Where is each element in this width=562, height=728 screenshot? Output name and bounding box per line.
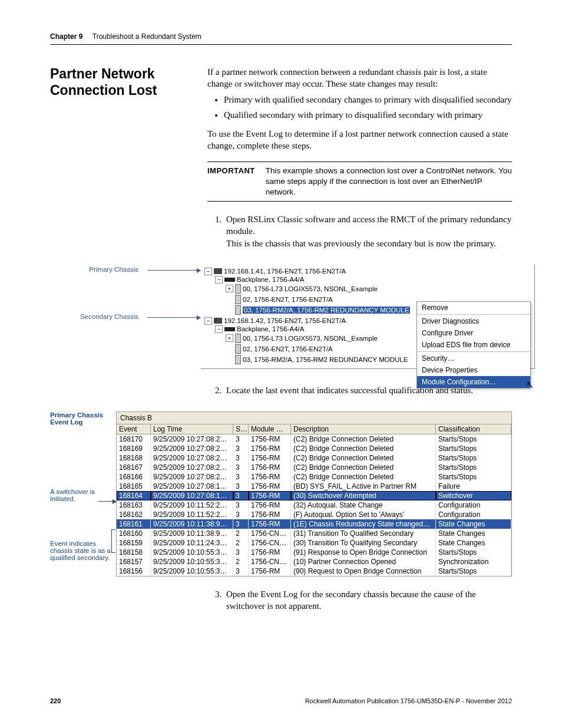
- table-cell[interactable]: 9/25/2009 10:27:08:2…: [151, 472, 233, 482]
- table-cell[interactable]: 2: [233, 529, 249, 538]
- table-cell[interactable]: (C2) Bridge Connection Deleted: [291, 463, 436, 472]
- col-event[interactable]: Event: [117, 424, 151, 434]
- table-cell[interactable]: 168167: [117, 463, 151, 472]
- table-cell[interactable]: 9/25/2009 10:27:08:2…: [151, 463, 233, 472]
- table-cell[interactable]: 1756-RM: [249, 482, 291, 491]
- table-cell[interactable]: 168169: [117, 444, 151, 453]
- table-cell[interactable]: 9/25/2009 10:11:52:2…: [151, 500, 233, 510]
- table-cell[interactable]: (F) Autoqual. Option Set to 'Always': [291, 510, 436, 519]
- table-cell[interactable]: 1756-RM: [249, 472, 291, 482]
- table-cell[interactable]: 168158: [117, 548, 151, 557]
- table-cell[interactable]: 168159: [117, 538, 151, 548]
- table-cell[interactable]: (C2) Bridge Connection Deleted: [291, 472, 436, 482]
- table-cell[interactable]: Configuration: [436, 500, 511, 510]
- ctx-driver-diagnostics[interactable]: Driver Diagnostics: [417, 315, 530, 327]
- ctx-upload-eds[interactable]: Upload EDS file from device: [417, 339, 530, 351]
- table-cell[interactable]: 3: [233, 453, 249, 463]
- table-cell[interactable]: 9/25/2009 10:10:55:3…: [151, 548, 233, 557]
- tree-node[interactable]: Backplane, 1756-A4/A: [237, 325, 304, 332]
- table-cell[interactable]: 3: [233, 500, 249, 510]
- table-cell[interactable]: 3: [233, 444, 249, 453]
- table-cell[interactable]: 3: [233, 519, 249, 529]
- table-cell[interactable]: Configuration: [436, 510, 511, 519]
- table-cell[interactable]: (BD) SYS_FAIL_L Active in Partner RM: [291, 482, 436, 491]
- table-cell[interactable]: 9/25/2009 10:11:38:9…: [151, 529, 233, 538]
- table-cell[interactable]: 3: [233, 472, 249, 482]
- tree-node[interactable]: 03, 1756-RM2/A, 1756-RM2 REDUNDANCY MODU…: [243, 356, 408, 363]
- table-cell[interactable]: 168160: [117, 529, 151, 538]
- collapse-icon[interactable]: −: [204, 268, 212, 275]
- table-cell[interactable]: State Changes: [436, 529, 511, 538]
- table-cell[interactable]: State Changes: [436, 519, 511, 529]
- collapse-icon[interactable]: −: [215, 276, 223, 284]
- table-cell[interactable]: 9/25/2009 10:27:08:2…: [151, 453, 233, 463]
- table-cell[interactable]: 9/25/2009 10:11:52:2…: [151, 510, 233, 519]
- col-module[interactable]: Module …: [249, 424, 291, 434]
- expand-icon[interactable]: +: [226, 285, 233, 292]
- ctx-module-configuration[interactable]: Module Configuration…: [417, 376, 530, 388]
- table-cell[interactable]: 3: [233, 491, 249, 500]
- table-cell[interactable]: (30) Transition To Qualifying Secondary: [291, 538, 436, 548]
- table-cell[interactable]: 1756-RM: [249, 453, 291, 463]
- table-cell[interactable]: 3: [233, 548, 249, 557]
- ctx-remove[interactable]: Remove: [417, 302, 530, 314]
- table-cell[interactable]: 9/25/2009 10:27:08:1…: [151, 491, 233, 500]
- table-cell[interactable]: State Changes: [436, 538, 511, 548]
- table-cell[interactable]: (90) Request to Open Bridge Connection: [291, 566, 436, 576]
- col-slot[interactable]: S…: [233, 424, 249, 434]
- table-cell[interactable]: 1756-RM: [249, 566, 291, 576]
- table-cell[interactable]: 9/25/2009 10:11:24:3…: [151, 538, 233, 548]
- table-cell[interactable]: (30) Switchover Attempted: [291, 491, 436, 500]
- col-description[interactable]: Description: [291, 424, 436, 434]
- table-cell[interactable]: 168164: [117, 491, 151, 500]
- table-cell[interactable]: 1756-CN…: [249, 557, 291, 566]
- table-cell[interactable]: 1756-RM: [249, 444, 291, 453]
- col-logtime[interactable]: Log Time: [151, 424, 233, 434]
- table-cell[interactable]: 9/25/2009 10:10:55:3…: [151, 566, 233, 576]
- table-cell[interactable]: 168162: [117, 510, 151, 519]
- table-cell[interactable]: 168157: [117, 557, 151, 566]
- table-cell[interactable]: 1756-RM: [249, 510, 291, 519]
- table-cell[interactable]: 1756-RM: [249, 463, 291, 472]
- table-cell[interactable]: 1756-RM: [249, 500, 291, 510]
- table-cell[interactable]: 168161: [117, 519, 151, 529]
- table-cell[interactable]: 3: [233, 510, 249, 519]
- table-cell[interactable]: 168166: [117, 472, 151, 482]
- table-cell[interactable]: 168163: [117, 500, 151, 510]
- tree-node[interactable]: 00, 1756-L73 LOGIX5573, NSONL_Example: [243, 285, 378, 292]
- table-cell[interactable]: 168168: [117, 453, 151, 463]
- collapse-icon[interactable]: −: [204, 317, 212, 325]
- rslinx-tree[interactable]: − 192.168.1.41, 1756-EN2T, 1756-EN2T/A −…: [201, 265, 535, 369]
- table-cell[interactable]: 2: [233, 538, 249, 548]
- table-cell[interactable]: 9/25/2009 10:27:08:1…: [151, 482, 233, 491]
- table-cell[interactable]: 3: [233, 566, 249, 576]
- table-cell[interactable]: (91) Response to Open Bridge Connection: [291, 548, 436, 557]
- table-cell[interactable]: Starts/Stops: [436, 444, 511, 453]
- tree-node-selected[interactable]: 03, 1756-RM2/A, 1756-RM2 REDUNDANCY MODU…: [243, 307, 410, 314]
- table-cell[interactable]: 2: [233, 557, 249, 566]
- table-cell[interactable]: (1E) Chassis Redundancy State changed…: [291, 519, 436, 529]
- table-cell[interactable]: 1756-RM: [249, 548, 291, 557]
- table-cell[interactable]: 1756-RM: [249, 491, 291, 500]
- table-cell[interactable]: (32) Autoqual. State Change: [291, 500, 436, 510]
- tree-node[interactable]: 192.168.1.41, 1756-EN2T, 1756-EN2T/A: [224, 268, 346, 275]
- table-cell[interactable]: (10) Partner Connection Opened: [291, 557, 436, 566]
- context-menu[interactable]: Remove Driver Diagnostics Configure Driv…: [416, 301, 531, 388]
- table-cell[interactable]: Starts/Stops: [436, 548, 511, 557]
- table-cell[interactable]: Starts/Stops: [436, 463, 511, 472]
- table-cell[interactable]: (C2) Bridge Connection Deleted: [291, 434, 436, 444]
- tree-node[interactable]: 00, 1756-L73 LOGIX5573, NSONL_Example: [243, 335, 378, 342]
- table-cell[interactable]: 168165: [117, 482, 151, 491]
- ctx-security[interactable]: Security…: [417, 353, 530, 364]
- table-cell[interactable]: (C2) Bridge Connection Deleted: [291, 444, 436, 453]
- table-cell[interactable]: Switchover: [436, 491, 511, 500]
- table-cell[interactable]: (C2) Bridge Connection Deleted: [291, 453, 436, 463]
- table-cell[interactable]: Synchronization: [436, 557, 511, 566]
- table-cell[interactable]: 168170: [117, 434, 151, 444]
- table-cell[interactable]: Starts/Stops: [436, 472, 511, 482]
- table-cell[interactable]: Starts/Stops: [436, 434, 511, 444]
- collapse-icon[interactable]: −: [215, 325, 223, 333]
- table-cell[interactable]: 3: [233, 463, 249, 472]
- table-cell[interactable]: Starts/Stops: [436, 453, 511, 463]
- table-cell[interactable]: 1756-RM: [249, 434, 291, 444]
